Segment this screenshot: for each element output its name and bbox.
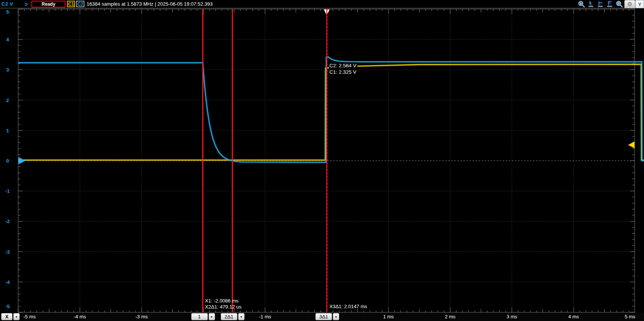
svg-text:1: 1 bbox=[580, 2, 582, 5]
tooltip-c1-value: C1: 2.325 V bbox=[329, 69, 357, 75]
vertical-axis-channel-label[interactable]: C2 V bbox=[2, 1, 13, 7]
y-axis-label: -3 bbox=[5, 249, 10, 254]
cursor-button-group-2: 2Δ1▾ bbox=[221, 313, 245, 320]
cursor-button-group-3: 3Δ1▾ bbox=[315, 313, 339, 320]
status-badge: Ready bbox=[31, 1, 65, 8]
x-cursor-readouts-12: X1: -2.0086 ms X2Δ1: 479.12 us bbox=[205, 298, 242, 310]
pointer-cursor-icon[interactable] bbox=[586, 0, 596, 8]
zoom-1-icon[interactable]: 1 bbox=[577, 0, 586, 8]
channel-2-badge[interactable]: C2 bbox=[76, 1, 84, 7]
cursor2-readout: X2Δ1: 479.12 us bbox=[205, 304, 242, 310]
x-cursor-readout-3: X3Δ1: 2.0147 ms bbox=[329, 304, 367, 310]
y-axis-label: 2 bbox=[6, 97, 9, 103]
cursor-button-2[interactable]: 2Δ1 bbox=[221, 313, 237, 320]
cursor-value-tooltip: C2: 2.564 V C1: 2.325 V bbox=[329, 62, 357, 75]
cursor-dropdown-1[interactable]: ▾ bbox=[209, 313, 215, 320]
cursor-dropdown-2[interactable]: ▾ bbox=[238, 313, 245, 320]
x-cursor-tool-icon[interactable] bbox=[596, 0, 605, 8]
C2-offset-marker bbox=[19, 157, 25, 164]
y-axis-label: 0 bbox=[6, 158, 9, 164]
trace-C1-glow bbox=[18, 64, 644, 160]
plot-canvas[interactable] bbox=[0, 0, 644, 321]
x-cursor-flag-tool-icon[interactable] bbox=[605, 0, 614, 8]
y-axis-toggle-button[interactable]: Y bbox=[635, 0, 644, 8]
y-axis-label: -2 bbox=[5, 219, 10, 224]
x-axis-label: 5 ms bbox=[625, 314, 635, 319]
cursor-button-group-1: 1▾ bbox=[191, 313, 215, 320]
x-axis-dropdown[interactable]: ▾ bbox=[13, 313, 20, 320]
cursor-button-3[interactable]: 3Δ1 bbox=[315, 313, 332, 320]
zoom-overview-icon[interactable] bbox=[615, 0, 624, 8]
oscilloscope-app: C2 V > Ready C1 C2 16384 samples at 1.58… bbox=[0, 0, 644, 321]
y-axis-label: -4 bbox=[5, 279, 10, 285]
y-axis-label: -1 bbox=[5, 188, 10, 194]
cursor1-readout: X1: -2.0086 ms bbox=[205, 298, 242, 304]
x-axis-label: -5 ms bbox=[23, 314, 36, 319]
settings-gear-button[interactable]: ⚙ bbox=[624, 0, 635, 8]
y-axis-label: 3 bbox=[6, 67, 9, 73]
x-axis-selector: X ▾ bbox=[1, 313, 20, 320]
top-status-bar: C2 V > Ready C1 C2 16384 samples at 1.58… bbox=[0, 0, 644, 8]
x-axis-label: 3 ms bbox=[507, 314, 517, 319]
x-axis-button[interactable]: X bbox=[1, 313, 12, 320]
expand-chevron-icon[interactable]: > bbox=[25, 0, 28, 8]
x-axis-label: -4 ms bbox=[74, 314, 86, 319]
x-axis-label: 2 ms bbox=[445, 314, 455, 319]
y-axis-label: -5 bbox=[5, 304, 10, 309]
cursor-button-1[interactable]: 1 bbox=[191, 313, 208, 320]
time-axis-bar: X ▾ -5 ms-4 ms-3 ms-1 ms1 ms2 ms3 ms4 ms… bbox=[0, 313, 644, 321]
gear-icon: ⚙ bbox=[627, 1, 632, 8]
x-axis-label: 1 ms bbox=[383, 314, 394, 319]
cursor3-readout: X3Δ1: 2.0147 ms bbox=[329, 304, 367, 310]
tooltip-c2-value: C2: 2.564 V bbox=[329, 62, 357, 69]
x-axis-label: 4 ms bbox=[568, 314, 579, 319]
trace-C1 bbox=[18, 64, 644, 160]
x-axis-label: -3 ms bbox=[136, 314, 148, 319]
y-axis-label: 4 bbox=[6, 37, 9, 42]
acquisition-info: 16384 samples at 1.5873 MHz | 2025-06-05… bbox=[87, 1, 213, 7]
y-axis-label: 5 bbox=[6, 9, 9, 15]
y-axis-label: 1 bbox=[6, 127, 9, 133]
status-text: Ready bbox=[42, 2, 55, 7]
x-axis-label: -1 ms bbox=[259, 314, 271, 319]
channel-1-badge[interactable]: C1 bbox=[67, 1, 75, 7]
trigger-level-marker bbox=[628, 141, 635, 148]
cursor-dropdown-3[interactable]: ▾ bbox=[333, 313, 339, 320]
plot-toolbar: 1 bbox=[577, 0, 644, 8]
